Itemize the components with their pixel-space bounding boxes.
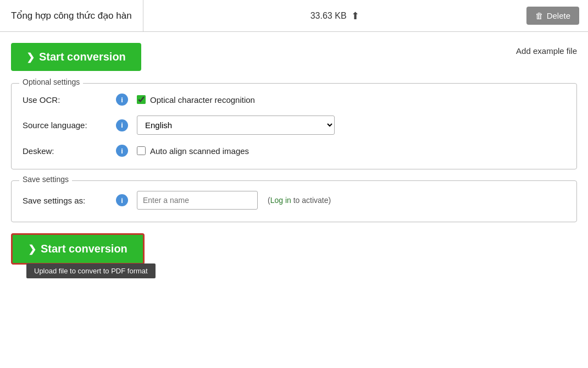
save-settings-legend: Save settings [19,175,72,184]
language-label: Source language: [23,120,116,130]
deskew-info-icon[interactable]: i [116,145,128,157]
language-select[interactable]: English French German Spanish Chinese Ja… [137,116,335,135]
tooltip: Upload file to convert to PDF format [26,263,156,278]
save-settings-row: Save settings as: i (Log in to activate) [23,191,565,210]
save-settings-label: Save settings as: [23,196,116,205]
start-conversion-bottom-label: Start conversion [41,243,127,255]
save-name-input[interactable] [137,191,258,210]
login-suffix: to activate) [291,196,331,205]
add-example-file-link[interactable]: Add example file [516,46,577,56]
trash-icon: 🗑 [535,11,543,20]
login-text: (Log in to activate) [268,196,331,205]
chevron-icon: ❯ [26,51,35,63]
bottom-row: ❯ Start conversion Upload file to conver… [11,233,577,279]
login-link[interactable]: Log in [270,196,291,205]
deskew-setting-row: Deskew: i Auto align scanned images [23,145,565,157]
deskew-label: Deskew: [23,146,116,156]
ocr-control: Optical character recognition [137,95,255,105]
ocr-description: Optical character recognition [150,95,255,105]
main-content: ❯ Start conversion Add example file Opti… [0,32,588,285]
file-name: Tổng hợp công thức đạo hàn [0,0,143,31]
ocr-checkbox[interactable] [137,95,146,104]
file-size: 33.63 KB [310,11,347,21]
deskew-checkbox[interactable] [137,146,146,155]
file-size-area: 33.63 KB ⬆ [143,10,526,22]
start-conversion-top-label: Start conversion [39,51,126,63]
start-conversion-top-button[interactable]: ❯ Start conversion [11,43,141,71]
file-bar: Tổng hợp công thức đạo hàn 33.63 KB ⬆ 🗑 … [0,0,588,32]
save-info-icon[interactable]: i [116,194,128,206]
save-settings-box: Save settings Save settings as: i (Log i… [11,180,577,222]
chevron-bottom-icon: ❯ [28,243,36,255]
optional-settings-box: Optional settings Use OCR: i Optical cha… [11,83,577,169]
delete-label: Delete [547,11,570,20]
deskew-description: Auto align scanned images [150,146,249,156]
language-control: English French German Spanish Chinese Ja… [137,116,335,135]
top-row: ❯ Start conversion Add example file [11,43,577,71]
ocr-setting-row: Use OCR: i Optical character recognition [23,94,565,106]
language-setting-row: Source language: i English French German… [23,116,565,135]
deskew-control: Auto align scanned images [137,146,249,156]
optional-settings-legend: Optional settings [19,78,83,86]
delete-button[interactable]: 🗑 Delete [526,7,579,25]
ocr-info-icon[interactable]: i [116,94,128,106]
ocr-label: Use OCR: [23,95,116,105]
language-info-icon[interactable]: i [116,119,128,131]
start-conversion-bottom-button[interactable]: ❯ Start conversion [11,233,145,265]
save-settings-control: (Log in to activate) [137,191,331,210]
upload-icon: ⬆ [351,10,359,22]
